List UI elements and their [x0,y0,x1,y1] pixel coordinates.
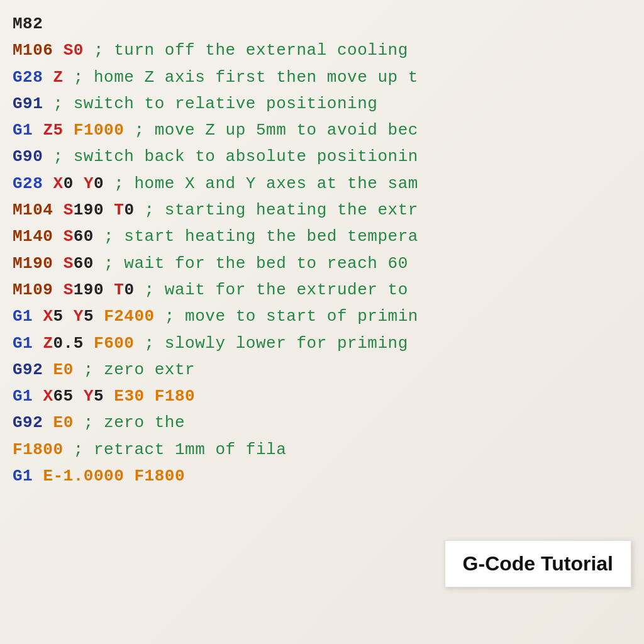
code-line: G1 Z5 F1000 ; move Z up 5mm to avoid bec [13,118,631,143]
code-line: G92 E0 ; zero extr [13,357,631,382]
code-line: G28 Z ; home Z axis first then move up t [13,65,631,90]
code-line: G1 X65 Y5 E30 F180 [13,384,631,409]
code-line: G1 E-1.0000 F1800 [13,464,631,489]
code-line: G1 Z0.5 F600 ; slowly lower for priming [13,331,631,356]
code-line: G28 X0 Y0 ; home X and Y axes at the sam [13,171,631,196]
code-line: M106 S0 ; turn off the external cooling [13,38,631,63]
code-line: F1800 ; retract 1mm of fila [13,437,631,462]
code-line: G91 ; switch to relative positioning [13,91,631,116]
code-line: M109 S190 T0 ; wait for the extruder to [13,277,631,303]
tutorial-label: G-Code Tutorial [445,540,631,587]
code-line: M140 S60 ; start heating the bed tempera [13,224,631,249]
code-line: G92 E0 ; zero the [13,410,631,435]
code-line: M82 [13,11,631,36]
code-line: G90 ; switch back to absolute positionin [13,144,631,169]
label-text: G-Code Tutorial [463,552,613,575]
code-line: M190 S60 ; wait for the bed to reach 60 [13,251,631,276]
code-line: G1 X5 Y5 F2400 ; move to start of primin [13,304,631,329]
code-line: M104 S190 T0 ; starting heating the extr [13,197,631,223]
